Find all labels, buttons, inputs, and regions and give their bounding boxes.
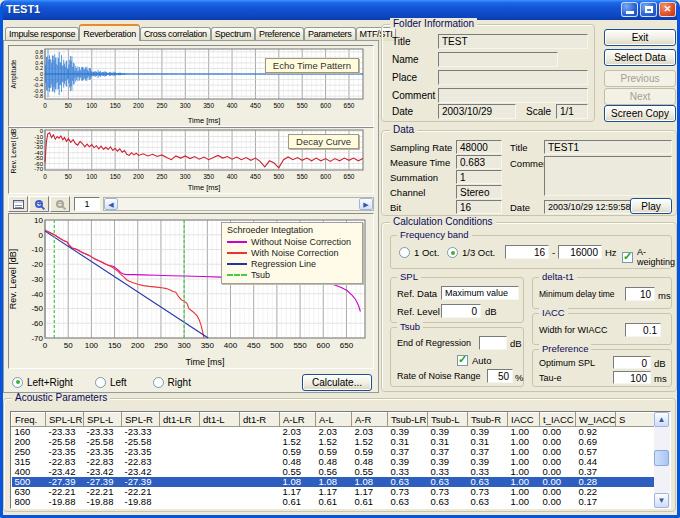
echo-time-pattern-badge: Echo Time Pattern [265, 58, 359, 73]
titlebar[interactable]: TEST1 ✕ [0, 0, 680, 20]
ref-data-label: Ref. Data [397, 288, 437, 299]
left-right-radio-label: Left+Right [27, 377, 73, 388]
screen-copy-button[interactable]: Screen Copy [604, 105, 676, 122]
table-row[interactable]: 400-23.42-23.42-23.420.550.560.550.330.3… [12, 467, 657, 477]
tab-parameters[interactable]: Parameters [304, 27, 356, 41]
folder-comment-field[interactable] [438, 88, 588, 103]
folder-comment-label: Comment [392, 90, 435, 101]
freq-to-field[interactable]: 16000 [558, 245, 602, 259]
calculate-button[interactable]: Calculate... [302, 374, 372, 391]
channel-field[interactable]: Stereo [456, 185, 502, 199]
table-row[interactable]: 250-23.35-23.35-23.350.590.590.590.370.3… [12, 447, 657, 457]
folder-name-label: Name [392, 54, 419, 65]
table-row[interactable]: 200-25.58-25.58-25.581.521.521.520.310.3… [12, 437, 657, 447]
svg-text:100: 100 [85, 341, 99, 350]
svg-text:Amplitude: Amplitude [10, 59, 18, 88]
vertical-scrollbar[interactable]: ▲ ▼ [654, 412, 670, 508]
data-title-field[interactable]: TEST1 [544, 140, 672, 154]
tab-spectrum[interactable]: Spectrum [211, 27, 255, 41]
svg-text:0: 0 [43, 341, 48, 350]
horizontal-scrollbar[interactable]: ◀ ▶ [103, 197, 374, 211]
minimum-delay-time-field[interactable]: 10 [625, 287, 655, 301]
zoom-page-input[interactable]: 1 [74, 197, 100, 211]
folder-title-field[interactable]: TEST [438, 34, 588, 49]
tab-preference[interactable]: Preference [255, 27, 304, 41]
ref-level-label: Ref. Level [397, 306, 440, 317]
scrollbar-thumb[interactable] [654, 450, 669, 466]
previous-button[interactable]: Previous [604, 70, 676, 87]
column-header: W_IACC [576, 413, 616, 427]
legend-entry: Tsub [227, 269, 357, 280]
display-settings-icon [13, 200, 24, 209]
summation-field[interactable]: 1 [456, 170, 502, 184]
measure-time-field[interactable]: 0.683 [456, 155, 502, 169]
folder-date-field[interactable]: 2003/10/29 [438, 104, 516, 119]
right-radio[interactable] [153, 377, 164, 388]
bit-field[interactable]: 16 [456, 200, 502, 214]
next-button[interactable]: Next [604, 88, 676, 105]
table-row[interactable]: 800-19.88-19.88-19.880.610.610.610.630.6… [12, 497, 657, 507]
data-comment-field[interactable] [544, 156, 672, 196]
optimum-spl-field[interactable]: 0 [613, 356, 651, 369]
data-group: Data Sampling Rate 48000 Measure Time 0.… [381, 130, 677, 216]
tab-page-reverberation: Echo Time Pattern 0.80.60.40.20-0.2-0.4-… [3, 40, 379, 393]
maximize-button[interactable] [640, 2, 657, 17]
end-of-regression-field[interactable] [479, 336, 507, 350]
tau-e-field[interactable]: 100 [613, 371, 651, 384]
table-row[interactable]: 630-22.21-22.21-22.211.171.171.170.730.7… [12, 487, 657, 497]
data-date-field[interactable]: 2003/10/29 12:59:58 [544, 200, 636, 214]
minimize-button[interactable] [621, 2, 638, 17]
close-button[interactable]: ✕ [659, 2, 676, 17]
scroll-down-arrow-icon[interactable]: ▼ [654, 493, 669, 508]
freq-dash: - [552, 247, 555, 258]
scroll-right-arrow-icon[interactable]: ▶ [359, 198, 373, 210]
table-row[interactable]: 500-27.39-27.39-27.391.081.081.080.630.6… [12, 477, 657, 487]
table-row[interactable]: 160-23.33-23.33-23.332.032.032.030.390.3… [12, 427, 657, 438]
svg-text:0: 0 [39, 231, 44, 240]
table-row[interactable]: 315-22.83-22.83-22.830.480.480.480.390.3… [12, 457, 657, 467]
folder-place-field[interactable] [438, 70, 588, 85]
scroll-up-arrow-icon[interactable]: ▲ [654, 412, 669, 427]
auto-checkbox[interactable] [457, 355, 468, 366]
oct1-radio[interactable] [399, 247, 410, 258]
schroeder-integration-chart: Schroeder IntegtationWithout Noise Corre… [8, 213, 374, 369]
exit-button[interactable]: Exit [604, 29, 676, 46]
folder-title-label: Title [392, 36, 411, 47]
a-weighting-checkbox[interactable] [622, 252, 633, 263]
play-button[interactable]: Play [630, 198, 672, 214]
legend-swatch [227, 252, 247, 254]
zoom-in-button[interactable]: + [29, 196, 49, 212]
svg-text:600: 600 [317, 341, 331, 350]
oct13-radio[interactable] [447, 247, 458, 258]
acoustic-parameters-label: Acoustic Parameters [12, 392, 110, 403]
ref-level-field[interactable]: 0 [441, 304, 481, 318]
column-header: Freq. [12, 413, 46, 427]
frequency-band-label: Frequency band [397, 229, 472, 240]
left-radio[interactable] [95, 377, 106, 388]
folder-information-label: Folder Information [390, 18, 477, 29]
preference-label: Preference [539, 343, 591, 354]
tab-strip: Impulse responseReverberationCross corre… [5, 25, 396, 41]
legend-swatch [227, 263, 247, 265]
left-right-radio[interactable] [12, 377, 23, 388]
folder-scale-field[interactable]: 1/1 [556, 104, 588, 119]
rate-of-noise-range-field[interactable]: 50 [487, 369, 513, 383]
tab-impulse-response[interactable]: Impulse response [5, 27, 79, 41]
tab-reverberation[interactable]: Reverberation [79, 24, 140, 41]
svg-text:100: 100 [86, 102, 97, 109]
zoom-out-button[interactable]: − [50, 196, 70, 212]
freq-from-field[interactable]: 16 [505, 245, 549, 259]
display-settings-button[interactable] [8, 196, 28, 212]
folder-name-field[interactable] [438, 52, 558, 67]
right-radio-label: Right [168, 377, 191, 388]
scrollbar-track[interactable] [118, 198, 359, 210]
tab-cross-correlation[interactable]: Cross correlation [140, 27, 211, 41]
select-data-button[interactable]: Select Data [604, 49, 676, 66]
width-for-wiacc-label: Width for WIACC [539, 325, 608, 335]
ref-data-field[interactable]: Maximum value [441, 286, 519, 300]
width-for-wiacc-field[interactable]: 0.1 [625, 323, 661, 337]
sampling-rate-field[interactable]: 48000 [456, 140, 502, 154]
data-group-label: Data [390, 124, 417, 135]
column-header: dt1-LR [160, 413, 200, 427]
scroll-left-arrow-icon[interactable]: ◀ [104, 198, 118, 210]
